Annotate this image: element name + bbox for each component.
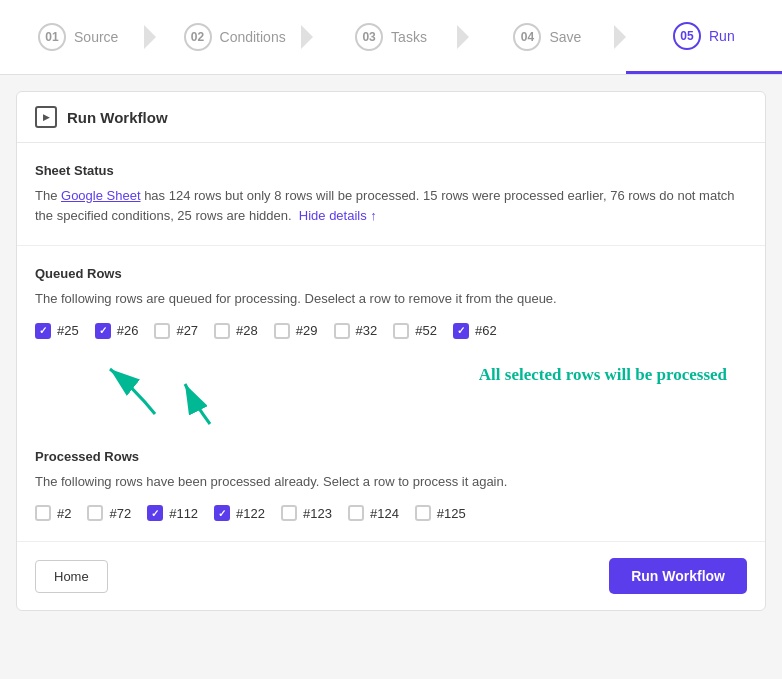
row-label-26: #26 <box>117 323 139 338</box>
terminal-icon <box>35 106 57 128</box>
row-label-p112: #112 <box>169 506 198 521</box>
sheet-status-title: Sheet Status <box>35 163 747 178</box>
google-sheet-link[interactable]: Google Sheet <box>61 188 141 203</box>
queued-row-25[interactable]: #25 <box>35 323 79 339</box>
checkbox-28[interactable] <box>214 323 230 339</box>
row-label-p123: #123 <box>303 506 332 521</box>
hide-details-link[interactable]: Hide details ↑ <box>299 208 377 223</box>
processed-rows-list: #2 #72 #112 #122 #123 <box>35 505 747 521</box>
step-label-source: Source <box>74 29 118 45</box>
queued-row-32[interactable]: #32 <box>334 323 378 339</box>
step-save[interactable]: 04 Save <box>469 0 625 74</box>
step-circle-2: 02 <box>184 23 212 51</box>
checkbox-27[interactable] <box>154 323 170 339</box>
row-label-52: #52 <box>415 323 437 338</box>
step-conditions[interactable]: 02 Conditions <box>156 0 312 74</box>
checkbox-p122[interactable] <box>214 505 230 521</box>
desc-after-link: has 124 rows but only 8 rows will be pro… <box>35 188 735 223</box>
stepper: 01 Source 02 Conditions 03 Tasks 04 Save… <box>0 0 782 75</box>
row-label-p72: #72 <box>109 506 131 521</box>
processed-row-122[interactable]: #122 <box>214 505 265 521</box>
sheet-status-section: Sheet Status The Google Sheet has 124 ro… <box>17 143 765 245</box>
card-title: Run Workflow <box>67 109 168 126</box>
queued-row-52[interactable]: #52 <box>393 323 437 339</box>
checkbox-p2[interactable] <box>35 505 51 521</box>
queued-row-27[interactable]: #27 <box>154 323 198 339</box>
checkbox-p112[interactable] <box>147 505 163 521</box>
row-label-25: #25 <box>57 323 79 338</box>
queued-row-29[interactable]: #29 <box>274 323 318 339</box>
step-source[interactable]: 01 Source <box>0 0 156 74</box>
run-workflow-button[interactable]: Run Workflow <box>609 558 747 594</box>
processed-row-2[interactable]: #2 <box>35 505 71 521</box>
footer: Home Run Workflow <box>17 541 765 610</box>
home-button[interactable]: Home <box>35 560 108 593</box>
step-label-save: Save <box>549 29 581 45</box>
processed-row-72[interactable]: #72 <box>87 505 131 521</box>
queued-row-28[interactable]: #28 <box>214 323 258 339</box>
processed-row-112[interactable]: #112 <box>147 505 198 521</box>
arrow-line-1 <box>110 369 155 414</box>
checkbox-32[interactable] <box>334 323 350 339</box>
queued-rows-desc: The following rows are queued for proces… <box>35 289 747 309</box>
desc-before-link: The <box>35 188 61 203</box>
step-label-tasks: Tasks <box>391 29 427 45</box>
queued-rows-title: Queued Rows <box>35 266 747 281</box>
checkbox-p123[interactable] <box>281 505 297 521</box>
processed-row-123[interactable]: #123 <box>281 505 332 521</box>
checkbox-62[interactable] <box>453 323 469 339</box>
checkbox-26[interactable] <box>95 323 111 339</box>
queued-row-26[interactable]: #26 <box>95 323 139 339</box>
row-label-28: #28 <box>236 323 258 338</box>
checkbox-p124[interactable] <box>348 505 364 521</box>
row-label-29: #29 <box>296 323 318 338</box>
checkbox-25[interactable] <box>35 323 51 339</box>
row-label-p122: #122 <box>236 506 265 521</box>
row-label-62: #62 <box>475 323 497 338</box>
step-label-run: Run <box>709 28 735 44</box>
annotation-text: All selected rows will be processed <box>479 364 727 386</box>
queued-rows-section: Queued Rows The following rows are queue… <box>17 245 765 359</box>
step-circle-1: 01 <box>38 23 66 51</box>
card-header: Run Workflow <box>17 92 765 143</box>
checkbox-p72[interactable] <box>87 505 103 521</box>
step-circle-3: 03 <box>355 23 383 51</box>
processed-rows-section: Processed Rows The following rows have b… <box>17 429 765 542</box>
queued-rows-list: #25 #26 #27 #28 #29 <box>35 323 747 339</box>
processed-row-125[interactable]: #125 <box>415 505 466 521</box>
main-card: Run Workflow Sheet Status The Google She… <box>16 91 766 611</box>
checkbox-52[interactable] <box>393 323 409 339</box>
processed-rows-title: Processed Rows <box>35 449 747 464</box>
row-label-32: #32 <box>356 323 378 338</box>
processed-row-124[interactable]: #124 <box>348 505 399 521</box>
row-label-27: #27 <box>176 323 198 338</box>
step-tasks[interactable]: 03 Tasks <box>313 0 469 74</box>
processed-rows-desc: The following rows have been processed a… <box>35 472 747 492</box>
sheet-status-desc: The Google Sheet has 124 rows but only 8… <box>35 186 747 225</box>
step-run[interactable]: 05 Run <box>626 0 782 74</box>
step-circle-5: 05 <box>673 22 701 50</box>
arrow-svg <box>35 359 435 429</box>
row-label-p124: #124 <box>370 506 399 521</box>
queued-row-62[interactable]: #62 <box>453 323 497 339</box>
step-circle-4: 04 <box>513 23 541 51</box>
checkbox-p125[interactable] <box>415 505 431 521</box>
row-label-p125: #125 <box>437 506 466 521</box>
arrow-line-2 <box>185 384 210 424</box>
row-label-p2: #2 <box>57 506 71 521</box>
checkbox-29[interactable] <box>274 323 290 339</box>
arrow-annotation-area: All selected rows will be processed <box>35 359 747 429</box>
step-label-conditions: Conditions <box>220 29 286 45</box>
